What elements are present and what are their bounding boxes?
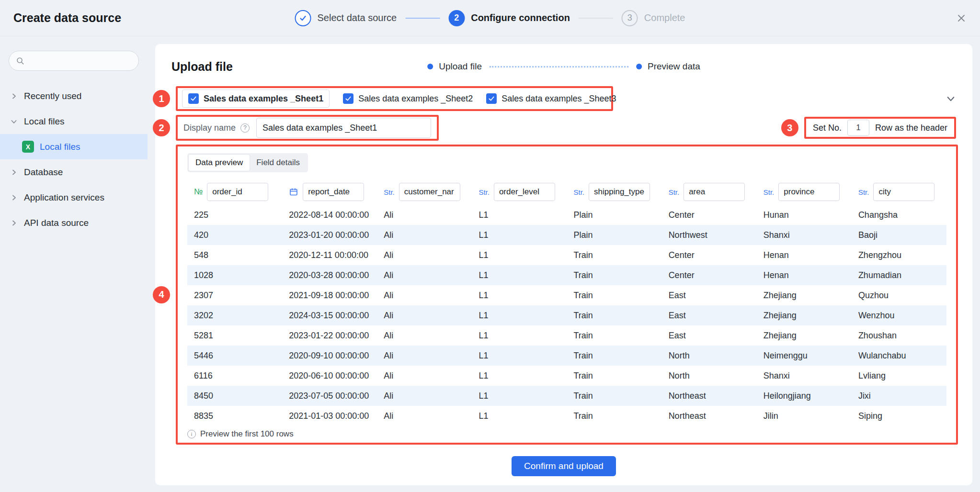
tab-data-preview[interactable]: Data preview bbox=[189, 155, 250, 171]
table-cell: Ali bbox=[377, 391, 472, 401]
table-cell: L1 bbox=[472, 210, 567, 220]
column-name-input[interactable] bbox=[303, 183, 364, 201]
table-cell: Ali bbox=[377, 270, 472, 280]
table-cell: Jilin bbox=[757, 411, 852, 421]
sheet-checkbox-sheet1[interactable]: Sales data examples _Sheet1 bbox=[182, 89, 330, 108]
table-row: 420 2023-01-20 00:00:00 Ali L1 Plain Nor… bbox=[187, 225, 946, 245]
config-row: 2 Display name ? 3 Set No. Row as the he… bbox=[176, 115, 956, 141]
table-row: 5281 2023-01-22 00:00:00 Ali L1 Train Ea… bbox=[187, 325, 946, 346]
sidebar-item-label: API data source bbox=[24, 218, 89, 228]
table-cell: Center bbox=[662, 210, 757, 220]
number-type-icon: № bbox=[194, 187, 203, 197]
sheet-label: Sales data examples _Sheet1 bbox=[204, 94, 323, 104]
table-cell: 548 bbox=[187, 250, 282, 260]
table-cell: Wulanchabu bbox=[852, 351, 946, 361]
display-name-input[interactable] bbox=[256, 118, 431, 138]
column-name-input[interactable] bbox=[873, 183, 934, 201]
checkbox-checked-icon[interactable] bbox=[188, 93, 199, 104]
column-header-order-level: Str. bbox=[472, 183, 567, 201]
sidebar-item-api-data-source[interactable]: API data source bbox=[0, 210, 148, 235]
table-cell: 225 bbox=[187, 210, 282, 220]
sidebar-nav: Recently used Local files X Local files … bbox=[0, 83, 148, 235]
column-name-input[interactable] bbox=[399, 183, 460, 201]
table-cell: Jixi bbox=[852, 391, 946, 401]
data-preview-group: 4 Data preview Field details № Str. bbox=[176, 145, 958, 445]
column-name-input[interactable] bbox=[494, 183, 555, 201]
sidebar-item-label: Application services bbox=[24, 192, 104, 203]
progress-dotted-line bbox=[490, 66, 628, 67]
column-header-order-id: № bbox=[187, 183, 282, 201]
set-no-label: Set No. bbox=[813, 123, 842, 133]
column-name-input[interactable] bbox=[778, 183, 840, 201]
sidebar: Recently used Local files X Local files … bbox=[0, 36, 148, 492]
column-name-input[interactable] bbox=[684, 183, 745, 201]
table-cell: 2020-03-28 00:00:00 bbox=[282, 270, 377, 280]
sidebar-item-recently-used[interactable]: Recently used bbox=[0, 83, 148, 109]
sidebar-item-database[interactable]: Database bbox=[0, 159, 148, 185]
table-cell: Train bbox=[567, 291, 662, 301]
table-cell: Heilongjiang bbox=[757, 391, 852, 401]
table-cell: Train bbox=[567, 331, 662, 341]
step-label: Complete bbox=[644, 12, 685, 23]
checkbox-checked-icon[interactable] bbox=[486, 93, 497, 104]
confirm-upload-button[interactable]: Confirm and upload bbox=[512, 456, 616, 476]
tab-field-details[interactable]: Field details bbox=[250, 155, 307, 171]
row-as-header-label: Row as the header bbox=[875, 123, 947, 133]
sheet-checkbox-sheet3[interactable]: Sales data examples _Sheet3 bbox=[486, 93, 616, 104]
table-cell: Shanxi bbox=[757, 230, 852, 240]
table-cell: Neimenggu bbox=[757, 351, 852, 361]
table-cell: Baoji bbox=[852, 230, 946, 240]
sidebar-item-local-files[interactable]: Local files bbox=[0, 109, 148, 134]
table-cell: Changsha bbox=[852, 210, 946, 220]
annotation-badge-1: 1 bbox=[153, 90, 170, 107]
table-cell: Zhengzhou bbox=[852, 250, 946, 260]
table-cell: Train bbox=[567, 351, 662, 361]
table-cell: Henan bbox=[757, 270, 852, 280]
table-row: 225 2022-08-14 00:00:00 Ali L1 Plain Cen… bbox=[187, 205, 946, 225]
stepper: Select data source 2 Configure connectio… bbox=[295, 10, 685, 26]
search-box[interactable] bbox=[9, 51, 139, 71]
table-row: 1028 2020-03-28 00:00:00 Ali L1 Train Ce… bbox=[187, 265, 946, 285]
upload-progress: Upload file Preview data bbox=[427, 61, 700, 72]
sheet-checkbox-sheet2[interactable]: Sales data examples _Sheet2 bbox=[343, 93, 473, 104]
info-icon: i bbox=[187, 430, 196, 438]
sidebar-item-application-services[interactable]: Application services bbox=[0, 185, 148, 210]
table-cell: L1 bbox=[472, 311, 567, 321]
header-row-setting-group: 3 Set No. Row as the header bbox=[804, 117, 956, 139]
table-cell: 3202 bbox=[187, 311, 282, 321]
calendar-icon bbox=[289, 187, 298, 197]
table-cell: Plain bbox=[567, 210, 662, 220]
string-type-icon: Str. bbox=[763, 188, 775, 196]
table-cell: Train bbox=[567, 311, 662, 321]
collapse-chevron-down-icon[interactable] bbox=[946, 93, 956, 104]
close-icon[interactable] bbox=[956, 13, 967, 23]
column-name-input[interactable] bbox=[589, 183, 650, 201]
help-icon[interactable]: ? bbox=[240, 123, 250, 133]
sidebar-item-label: Recently used bbox=[24, 91, 81, 101]
upload-file-panel: Upload file Upload file Preview data 1 S… bbox=[155, 44, 972, 485]
table-cell: 6116 bbox=[187, 371, 282, 381]
table-cell: Ali bbox=[377, 351, 472, 361]
step-label: Select data source bbox=[318, 12, 397, 23]
table-cell: 2020-09-10 00:00:00 bbox=[282, 351, 377, 361]
table-cell: L1 bbox=[472, 230, 567, 240]
table-cell: Train bbox=[567, 391, 662, 401]
column-name-input[interactable] bbox=[207, 183, 268, 201]
top-bar: Create data source Select data source 2 … bbox=[0, 0, 980, 36]
string-type-icon: Str. bbox=[479, 188, 490, 196]
search-input[interactable] bbox=[29, 56, 132, 66]
confirm-row: Confirm and upload bbox=[171, 456, 956, 476]
step-label: Configure connection bbox=[471, 12, 570, 23]
annotation-badge-3: 3 bbox=[781, 119, 798, 136]
sidebar-item-local-files-child[interactable]: X Local files bbox=[0, 134, 148, 159]
display-name-label: Display name bbox=[183, 123, 236, 133]
checkbox-checked-icon[interactable] bbox=[343, 93, 353, 104]
table-cell: Shanxi bbox=[757, 371, 852, 381]
table-cell: Northeast bbox=[662, 411, 757, 421]
header-row-number-input[interactable] bbox=[847, 120, 869, 136]
table-cell: East bbox=[662, 331, 757, 341]
chevron-right-icon bbox=[10, 168, 18, 176]
sidebar-item-label: Local files bbox=[24, 116, 65, 127]
table-cell: East bbox=[662, 311, 757, 321]
table-cell: Zhejiang bbox=[757, 291, 852, 301]
